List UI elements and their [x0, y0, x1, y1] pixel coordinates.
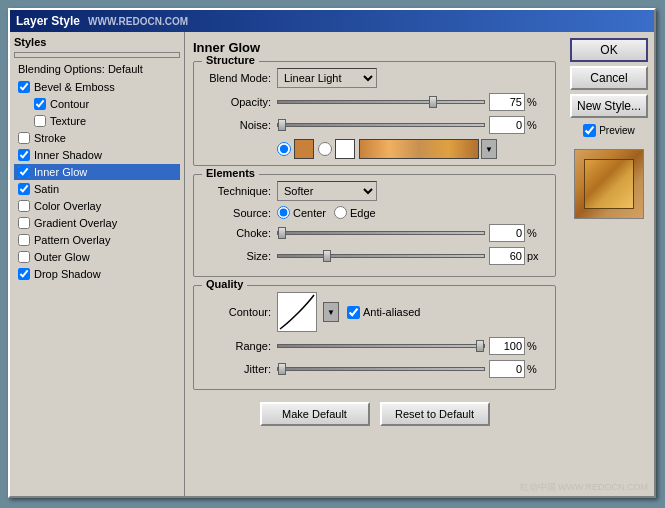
range-input[interactable] — [489, 337, 525, 355]
contour-thumbnail[interactable] — [277, 292, 317, 332]
gradient-overlay-checkbox[interactable] — [18, 217, 30, 229]
source-center-label[interactable]: Center — [277, 206, 326, 219]
contour-label: Contour: — [202, 306, 277, 318]
sidebar-item-inner-shadow[interactable]: Inner Shadow — [14, 147, 180, 163]
blend-mode-select[interactable]: Linear Light Normal Screen Multiply Over… — [277, 68, 377, 88]
opacity-input[interactable] — [489, 93, 525, 111]
noise-unit: % — [527, 119, 547, 131]
opacity-slider-track[interactable] — [277, 100, 485, 104]
color-overlay-checkbox[interactable] — [18, 200, 30, 212]
texture-checkbox[interactable] — [34, 115, 46, 127]
inner-glow-title: Inner Glow — [193, 40, 556, 55]
structure-section: Structure Blend Mode: Linear Light Norma… — [193, 61, 556, 166]
noise-slider-track[interactable] — [277, 123, 485, 127]
jitter-input[interactable] — [489, 360, 525, 378]
source-label: Source: — [202, 207, 277, 219]
source-radio-group: Center Edge — [277, 206, 376, 219]
sidebar-item-inner-glow[interactable]: Inner Glow — [14, 164, 180, 180]
size-input[interactable] — [489, 247, 525, 265]
range-slider-container: % — [277, 337, 547, 355]
contour-dropdown-arrow[interactable]: ▼ — [323, 302, 339, 322]
blend-mode-label: Blend Mode: — [202, 72, 277, 84]
opacity-slider-thumb[interactable] — [429, 96, 437, 108]
opacity-row: Opacity: % — [202, 93, 547, 111]
choke-slider-track[interactable] — [277, 231, 485, 235]
inner-shadow-checkbox[interactable] — [18, 149, 30, 161]
jitter-slider-container: % — [277, 360, 547, 378]
elements-title: Elements — [202, 167, 259, 179]
opacity-slider-container: % — [277, 93, 547, 111]
source-center-radio[interactable] — [277, 206, 290, 219]
technique-label: Technique: — [202, 185, 277, 197]
choke-slider-thumb[interactable] — [278, 227, 286, 239]
noise-input[interactable] — [489, 116, 525, 134]
anti-alias-checkbox[interactable] — [347, 306, 360, 319]
size-slider-track[interactable] — [277, 254, 485, 258]
sidebar-item-pattern-overlay[interactable]: Pattern Overlay — [14, 232, 180, 248]
jitter-slider-thumb[interactable] — [278, 363, 286, 375]
sidebar-item-drop-shadow[interactable]: Drop Shadow — [14, 266, 180, 282]
jitter-unit: % — [527, 363, 547, 375]
source-edge-radio[interactable] — [334, 206, 347, 219]
elements-section: Elements Technique: Softer Precise Sourc… — [193, 174, 556, 277]
blend-mode-row: Blend Mode: Linear Light Normal Screen M… — [202, 68, 547, 88]
gradient-radio[interactable] — [318, 142, 332, 156]
size-label: Size: — [202, 250, 277, 262]
range-label: Range: — [202, 340, 277, 352]
noise-row: Noise: % — [202, 116, 547, 134]
range-slider-thumb[interactable] — [476, 340, 484, 352]
title-bar: Layer Style WWW.REDOCN.COM — [10, 10, 654, 32]
jitter-slider-track[interactable] — [277, 367, 485, 371]
choke-slider-container: % — [277, 224, 547, 242]
preview-checkbox[interactable] — [583, 124, 596, 137]
color-swatch-orange[interactable] — [294, 139, 314, 159]
contour-checkbox[interactable] — [34, 98, 46, 110]
pattern-overlay-checkbox[interactable] — [18, 234, 30, 246]
sidebar-item-texture[interactable]: Texture — [14, 113, 180, 129]
preview-inner — [584, 159, 634, 209]
new-style-button[interactable]: New Style... — [570, 94, 648, 118]
anti-alias-label[interactable]: Anti-aliased — [347, 306, 420, 319]
opacity-unit: % — [527, 96, 547, 108]
bottom-buttons: Make Default Reset to Default — [193, 398, 556, 430]
noise-slider-thumb[interactable] — [278, 119, 286, 131]
sidebar-item-outer-glow[interactable]: Outer Glow — [14, 249, 180, 265]
source-row: Source: Center Edge — [202, 206, 547, 219]
sidebar-item-gradient-overlay[interactable]: Gradient Overlay — [14, 215, 180, 231]
bevel-emboss-checkbox[interactable] — [18, 81, 30, 93]
range-slider-track[interactable] — [277, 344, 485, 348]
inner-glow-checkbox[interactable] — [18, 166, 30, 178]
preview-box — [574, 149, 644, 219]
sidebar-item-satin[interactable]: Satin — [14, 181, 180, 197]
size-slider-thumb[interactable] — [323, 250, 331, 262]
gradient-swatch[interactable] — [359, 139, 479, 159]
drop-shadow-checkbox[interactable] — [18, 268, 30, 280]
stroke-checkbox[interactable] — [18, 132, 30, 144]
choke-input[interactable] — [489, 224, 525, 242]
choke-label: Choke: — [202, 227, 277, 239]
cancel-button[interactable]: Cancel — [570, 66, 648, 90]
noise-label: Noise: — [202, 119, 277, 131]
solid-color-radio[interactable] — [277, 142, 291, 156]
contour-svg — [278, 293, 316, 331]
color-row: ▼ — [277, 139, 547, 159]
styles-header-box — [14, 52, 180, 58]
color-swatch-white[interactable] — [335, 139, 355, 159]
sidebar-item-stroke[interactable]: Stroke — [14, 130, 180, 146]
source-edge-label[interactable]: Edge — [334, 206, 376, 219]
make-default-button[interactable]: Make Default — [260, 402, 370, 426]
styles-label: Styles — [14, 36, 180, 48]
blending-options-item[interactable]: Blending Options: Default — [14, 61, 180, 77]
reset-default-button[interactable]: Reset to Default — [380, 402, 490, 426]
sidebar-item-color-overlay[interactable]: Color Overlay — [14, 198, 180, 214]
technique-row: Technique: Softer Precise — [202, 181, 547, 201]
gradient-dropdown-arrow[interactable]: ▼ — [481, 139, 497, 159]
outer-glow-checkbox[interactable] — [18, 251, 30, 263]
sidebar-item-bevel-emboss[interactable]: Bevel & Emboss — [14, 79, 180, 95]
contour-row: Contour: ▼ Anti-aliased — [202, 292, 547, 332]
choke-row: Choke: % — [202, 224, 547, 242]
sidebar-item-contour[interactable]: Contour — [14, 96, 180, 112]
ok-button[interactable]: OK — [570, 38, 648, 62]
technique-select[interactable]: Softer Precise — [277, 181, 377, 201]
satin-checkbox[interactable] — [18, 183, 30, 195]
